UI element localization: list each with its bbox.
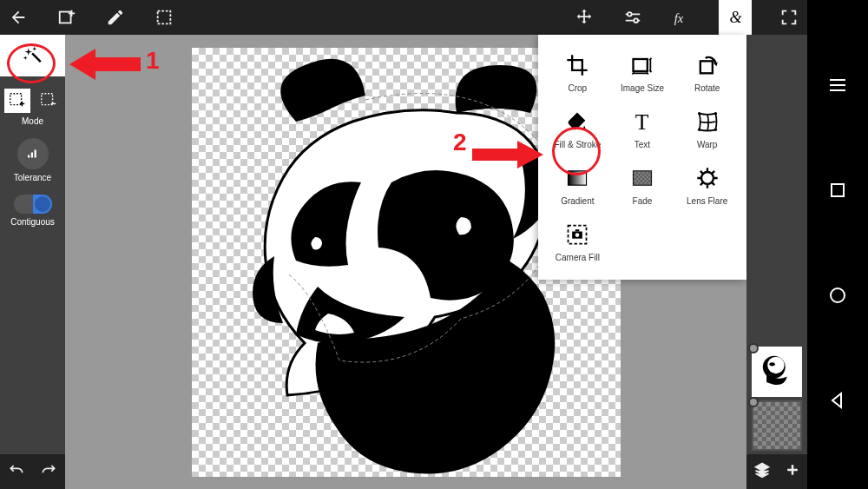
mode-label: Mode <box>0 116 65 126</box>
crop-icon <box>564 52 590 78</box>
svg-point-19 <box>698 129 701 132</box>
svg-point-29 <box>575 233 580 237</box>
menu-crop[interactable]: Crop <box>547 52 608 93</box>
menu-fade[interactable]: Fade <box>612 165 674 206</box>
android-back-button[interactable] <box>827 390 848 414</box>
contiguous-label: Contiguous <box>0 217 65 227</box>
svg-rect-11 <box>28 155 30 158</box>
svg-point-35 <box>831 288 845 302</box>
svg-point-17 <box>698 112 701 116</box>
menu-lens-flare[interactable]: Lens Flare <box>676 165 738 206</box>
annotation-circle-2 <box>552 127 601 175</box>
undo-redo-bar <box>0 454 65 489</box>
left-sidebar: Mode Tolerance Contiguous <box>0 35 65 489</box>
svg-point-20 <box>713 129 717 132</box>
svg-rect-1 <box>158 11 171 24</box>
edit-button[interactable] <box>104 6 127 29</box>
lens-flare-icon <box>694 165 720 191</box>
warp-icon <box>694 109 720 135</box>
adjust-button[interactable] <box>621 6 644 29</box>
android-nav-bar <box>807 0 868 489</box>
svg-text:fx: fx <box>674 11 684 25</box>
layer-thumbnail-2[interactable] <box>752 400 802 451</box>
fullscreen-button[interactable] <box>778 6 800 29</box>
image-size-icon <box>629 52 655 78</box>
menu-warp[interactable]: Warp <box>676 109 738 149</box>
ampersand-button[interactable]: & <box>719 0 752 35</box>
android-home-button[interactable] <box>827 285 848 309</box>
rotate-icon <box>694 52 720 78</box>
svg-rect-9 <box>41 94 52 105</box>
svg-point-2 <box>628 12 632 17</box>
add-layer-button[interactable] <box>784 461 801 482</box>
menu-rotate[interactable]: Rotate <box>676 52 738 93</box>
svg-rect-10 <box>50 103 56 104</box>
annotation-label-2: 2 <box>453 129 467 156</box>
mode-subtract-button[interactable] <box>36 89 62 113</box>
android-menu-button[interactable] <box>827 75 848 99</box>
annotation-label-1: 1 <box>146 47 160 75</box>
right-sidebar <box>746 35 807 489</box>
fx-button[interactable]: fx <box>670 6 693 29</box>
svg-rect-8 <box>21 102 22 107</box>
android-recent-button[interactable] <box>827 180 848 204</box>
svg-rect-13 <box>34 150 36 158</box>
layers-panel <box>746 343 807 454</box>
undo-button[interactable] <box>8 461 25 482</box>
camera-fill-icon <box>564 221 590 248</box>
layer-visibility-dot[interactable] <box>748 343 759 354</box>
svg-rect-14 <box>633 59 647 71</box>
svg-rect-12 <box>30 153 32 158</box>
tolerance-label: Tolerance <box>0 173 65 182</box>
svg-point-18 <box>713 112 717 116</box>
menu-text[interactable]: T Text <box>612 109 674 149</box>
add-image-button[interactable] <box>56 6 78 29</box>
svg-point-3 <box>634 18 638 23</box>
mode-tools <box>0 89 65 113</box>
svg-rect-34 <box>832 184 844 196</box>
text-icon: T <box>629 109 655 135</box>
layers-button[interactable] <box>753 461 771 482</box>
svg-rect-30 <box>575 229 580 231</box>
svg-text:&: & <box>730 9 743 26</box>
svg-rect-23 <box>633 171 651 185</box>
annotation-arrow-2 <box>472 139 543 170</box>
crop-select-button[interactable] <box>153 6 175 29</box>
layer-thumbnail-1[interactable] <box>752 347 802 397</box>
menu-camera-fill[interactable]: Camera Fill <box>547 221 608 262</box>
svg-point-33 <box>769 362 774 366</box>
mode-add-button[interactable] <box>4 89 30 113</box>
fade-icon <box>629 165 655 191</box>
svg-rect-15 <box>700 61 712 73</box>
move-button[interactable] <box>573 6 595 29</box>
top-toolbar: fx & <box>0 0 807 35</box>
layer-visibility-dot[interactable] <box>748 397 759 407</box>
menu-image-size[interactable]: Image Size <box>612 52 674 93</box>
contiguous-toggle[interactable] <box>14 195 52 214</box>
annotation-arrow-1 <box>69 47 141 82</box>
redo-button[interactable] <box>40 461 57 482</box>
annotation-circle-1 <box>7 43 56 83</box>
svg-rect-6 <box>10 94 21 105</box>
tolerance-button[interactable] <box>17 138 49 169</box>
layers-bottom-bar <box>746 454 807 489</box>
back-button[interactable] <box>7 6 30 29</box>
svg-text:T: T <box>635 109 649 134</box>
